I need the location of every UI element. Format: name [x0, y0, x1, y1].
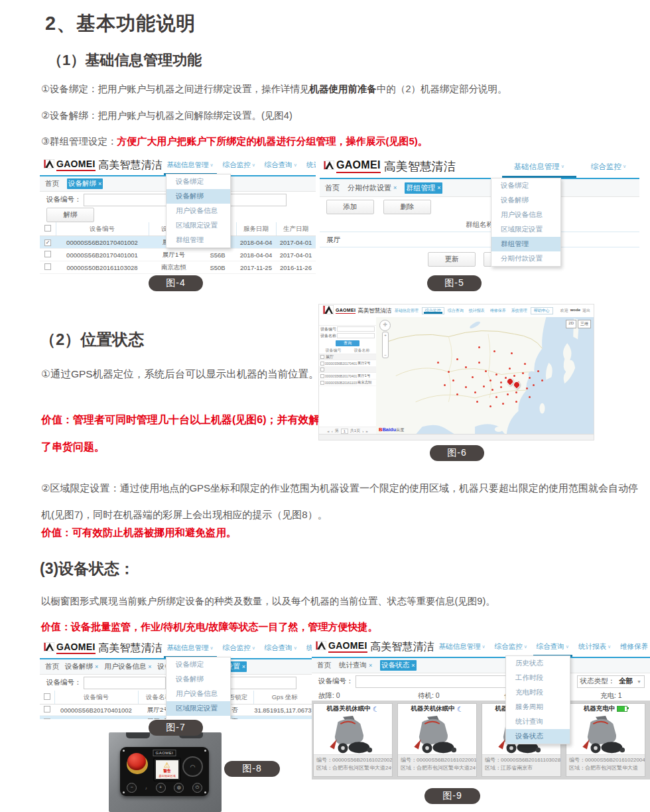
row-checkbox[interactable] — [44, 263, 51, 270]
dropdown-item[interactable]: 区域限定设置 — [166, 701, 230, 716]
menu-item[interactable]: 综合查询∨ — [445, 304, 466, 317]
select-all-checkbox[interactable] — [44, 225, 51, 232]
device-name-input[interactable] — [221, 677, 296, 689]
dropdown-item[interactable]: 用户设备信息 — [166, 204, 230, 218]
tab[interactable]: 群组管理× — [405, 182, 442, 194]
map-canvas[interactable]: ✛ +− 2D 三维 BBaidu百度 — [376, 317, 594, 435]
close-icon[interactable]: × — [148, 663, 151, 670]
emergency-stop-button[interactable] — [127, 753, 146, 770]
device-card[interactable]: 机器充电中 编号：00000S56B20161022004区域：合肥市包河区繁华… — [566, 703, 645, 777]
menu-item[interactable]: 帮助中心∨ — [531, 307, 553, 314]
logout-link[interactable]: 退出 — [582, 308, 590, 314]
close-icon[interactable]: × — [242, 663, 245, 670]
device-card[interactable]: 机器关机休眠中☾ 编号：00000S56B20161022002区域：合肥市包河… — [313, 703, 393, 777]
add-button[interactable]: 添加 — [326, 200, 374, 214]
search-button[interactable]: 查询 — [336, 340, 359, 346]
map-type-3d-button[interactable]: 三维 — [578, 320, 591, 328]
menu-item[interactable]: 统计报表∨ — [466, 304, 487, 317]
tab[interactable]: 统计查询× — [339, 661, 372, 670]
dropdown-item[interactable]: 用户设备信息 — [491, 208, 560, 222]
menu-item[interactable]: 综合监控∨ — [578, 155, 639, 178]
dropdown-item[interactable]: 设备状态 — [506, 729, 570, 744]
status-type-select[interactable]: 状态类型： 全部 ▼ — [577, 675, 645, 688]
name-input[interactable] — [337, 333, 375, 338]
dropdown-item[interactable]: 群组管理 — [491, 237, 560, 251]
dropdown-item[interactable]: 群组管理 — [166, 233, 230, 247]
update-button[interactable]: 更新 — [428, 252, 476, 267]
menu-item[interactable]: 综合查询∨ — [260, 155, 302, 175]
menu-item[interactable]: 综合监控∨ — [422, 307, 444, 314]
tab[interactable]: 分期付款设置× — [348, 183, 397, 193]
dropdown-item[interactable]: 用户设备信息 — [166, 687, 230, 701]
unbind-button[interactable]: 解绑 — [46, 208, 94, 222]
dropdown-item[interactable]: 设备解绑 — [166, 189, 230, 204]
last-page-button[interactable]: » — [365, 429, 367, 433]
menu-item[interactable]: 综合查询∨ — [260, 638, 302, 658]
menu-item[interactable]: 基础信息管理∨ — [501, 155, 578, 178]
menu-item[interactable]: 统计报表∨ — [574, 637, 616, 657]
close-icon[interactable]: × — [95, 663, 98, 670]
dropdown-item[interactable]: 设备绑定 — [166, 657, 230, 672]
table-row[interactable]: 00000S56B20170401001展厅1号S56B2018-04-0420… — [40, 249, 316, 261]
tab[interactable]: 用户设备信息× — [104, 662, 151, 671]
dropdown-item[interactable]: 设备解绑 — [166, 672, 230, 687]
select-all-checkbox[interactable] — [44, 693, 50, 700]
group-row[interactable]: 展厅 — [320, 232, 639, 247]
device-group-row[interactable]: 展厅 — [319, 354, 376, 360]
dropdown-item[interactable]: 充电时段 — [506, 685, 570, 700]
device-row[interactable]: 00000S50B20161103028南京志恒 — [319, 379, 376, 386]
row-checkbox[interactable] — [320, 362, 324, 366]
tab[interactable]: 首页 — [45, 662, 59, 671]
close-icon[interactable]: × — [393, 184, 397, 191]
group-checkbox[interactable] — [320, 355, 324, 359]
row-checkbox[interactable] — [320, 381, 324, 385]
dropdown-item[interactable]: 服务周期 — [506, 700, 570, 714]
row-checkbox[interactable] — [44, 239, 51, 246]
menu-item[interactable]: 基础信息管理∨ — [434, 637, 490, 657]
prev-page-button[interactable]: ‹ — [332, 429, 333, 433]
dropdown-item[interactable]: 统计查询 — [506, 714, 570, 729]
plus-button[interactable]: + — [156, 783, 166, 793]
dropdown-item[interactable]: 群组管理 — [166, 716, 230, 719]
first-page-button[interactable]: « — [327, 429, 329, 433]
map-zoom-control[interactable]: +− — [382, 332, 389, 358]
dropdown-item[interactable]: 区域限定设置 — [166, 218, 230, 233]
page-number-input[interactable]: 1 — [341, 429, 348, 434]
menu-item[interactable]: 基础信息管理∨ — [162, 638, 218, 658]
menu-item[interactable]: 统计报表∨ — [302, 155, 316, 175]
device-number-input[interactable] — [84, 677, 166, 689]
device-row[interactable]: 00000S56B20170401002展厅2号 — [319, 360, 376, 367]
next-page-button[interactable]: › — [362, 429, 363, 433]
close-icon[interactable]: × — [98, 180, 101, 187]
device-row[interactable]: 00000S56B20170401001展厅1号 — [319, 373, 376, 379]
table-row[interactable]: 00000S50B20161022004巢湖鱼桩S50B2017-10-2520… — [40, 274, 316, 275]
menu-item[interactable]: 综合查询∨ — [532, 637, 574, 657]
close-icon[interactable]: × — [437, 184, 440, 191]
row-checkbox[interactable] — [44, 706, 50, 712]
delete-button[interactable]: 删除 — [383, 200, 431, 214]
menu-item[interactable]: 基础信息管理∨ — [162, 155, 218, 175]
minus-button[interactable]: − — [127, 783, 137, 793]
table-row[interactable]: 00000S50B20161103028南京志恒S50B2017-11-2520… — [40, 261, 316, 274]
zoom-out-icon[interactable]: − — [384, 353, 387, 357]
dropdown-item[interactable]: 区域限定设置 — [491, 222, 560, 237]
menu-item[interactable]: 综合监控∨ — [218, 155, 260, 175]
menu-item[interactable]: 综合监控∨ — [218, 638, 260, 658]
tab[interactable]: 设备解绑× — [65, 662, 98, 671]
row-checkbox[interactable] — [44, 251, 51, 257]
menu-item[interactable]: 维修保养∨ — [487, 304, 509, 317]
close-icon[interactable]: × — [411, 662, 415, 669]
row-checkbox[interactable] — [320, 374, 324, 378]
code-input[interactable] — [337, 326, 375, 332]
zoom-in-icon[interactable]: + — [384, 333, 387, 337]
power-button[interactable]: ⏻ — [192, 783, 202, 793]
menu-item[interactable]: 基础信息管理∨ — [392, 304, 421, 317]
group-checkbox[interactable] — [320, 368, 324, 372]
dropdown-item[interactable]: 设备绑定 — [166, 174, 230, 189]
menu-item[interactable]: 综合监控∨ — [490, 637, 532, 657]
dropdown-item[interactable]: 设备绑定 — [491, 178, 560, 193]
tab[interactable]: 设备解绑× — [67, 178, 103, 189]
tab[interactable]: 首页 — [45, 179, 59, 188]
map-type-2d-button[interactable]: 2D — [566, 320, 576, 328]
dropdown-item[interactable]: 历史状态 — [506, 656, 570, 671]
